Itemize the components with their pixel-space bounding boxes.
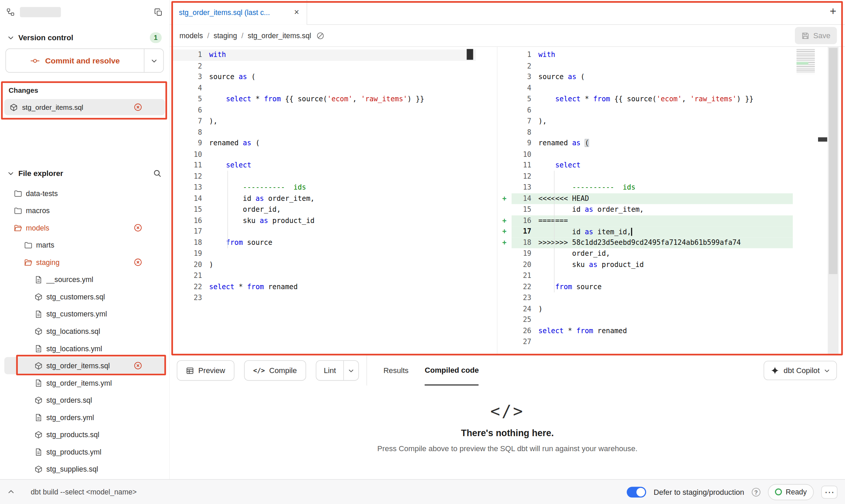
discard-changes-icon[interactable] — [134, 223, 142, 232]
editor-pane-original[interactable]: 1with23source as (45 select * from {{ so… — [171, 47, 476, 355]
code-line-19[interactable]: 19 order_id, — [497, 248, 816, 259]
code-line-16[interactable]: 16 sku as product_id — [171, 215, 476, 226]
commit-and-resolve-button[interactable]: Commit and resolve — [5, 48, 164, 73]
code-line-7[interactable]: 7), — [497, 116, 816, 127]
lint-dropdown-button[interactable] — [344, 361, 359, 380]
workflow-icon[interactable] — [6, 8, 15, 16]
code-line-12[interactable]: 12 — [497, 171, 816, 182]
file-row-stg_products.sql[interactable]: stg_products.sql — [4, 426, 165, 443]
code-line-2[interactable]: 2 — [497, 61, 816, 72]
scrollbar-thumb[interactable] — [829, 48, 837, 274]
file-row-data-tests[interactable]: data-tests — [4, 185, 165, 202]
code-line-4[interactable]: 4 — [171, 83, 476, 93]
code-line-15[interactable]: 15 id as order_item, — [497, 204, 816, 215]
code-line-24[interactable]: 24) — [497, 303, 816, 314]
command-bar[interactable]: dbt build --select <model_name> — [31, 488, 137, 496]
file-row-stg_products.yml[interactable]: stg_products.yml — [4, 443, 165, 461]
search-icon[interactable] — [153, 169, 161, 177]
code-line-17[interactable]: +17 id as item_id, — [497, 226, 816, 237]
code-line-26[interactable]: 26select * from renamed — [497, 326, 816, 337]
code-line-12[interactable]: 12 — [171, 171, 476, 182]
code-line-6[interactable]: 6 — [171, 105, 476, 116]
ready-status-button[interactable]: Ready — [768, 484, 814, 500]
code-line-15[interactable]: 15 order_id, — [171, 204, 476, 215]
code-line-1[interactable]: 1with — [171, 49, 476, 60]
tab-compiled-code[interactable]: Compiled code — [425, 355, 478, 385]
code-line-4[interactable]: 4 — [497, 83, 816, 93]
file-row-stg_locations.yml[interactable]: stg_locations.yml — [4, 340, 165, 357]
file-row-stg_orders.sql[interactable]: stg_orders.sql — [4, 391, 165, 409]
minimap[interactable] — [797, 49, 815, 74]
close-icon[interactable]: × — [294, 8, 299, 17]
file-row-stg_order_items.yml[interactable]: stg_order_items.yml — [4, 374, 165, 391]
code-line-13[interactable]: 13 ---------- ids — [171, 182, 476, 193]
code-line-18[interactable]: +18>>>>>>> 58c1dd23d5eebd9cd2495fa7124ab… — [497, 237, 816, 248]
code-line-9[interactable]: 9renamed as ( — [497, 138, 816, 149]
code-line-3[interactable]: 3source as ( — [171, 72, 476, 83]
code-line-5[interactable]: 5 select * from {{ source('ecom', 'raw_i… — [497, 94, 816, 105]
code-line-21[interactable]: 21 — [171, 270, 476, 281]
version-control-header[interactable]: Version control 1 — [0, 29, 169, 46]
code-line-17[interactable]: 17 — [171, 226, 476, 237]
code-line-11[interactable]: 11 select — [171, 160, 476, 171]
breadcrumb-item[interactable]: models — [180, 31, 203, 40]
breadcrumb-item[interactable]: staging — [214, 31, 237, 40]
compile-button[interactable]: </> Compile — [244, 360, 306, 381]
chevron-up-icon[interactable] — [8, 488, 15, 495]
tab-results[interactable]: Results — [383, 355, 409, 385]
code-line-5[interactable]: 5 select * from {{ source('ecom', 'raw_i… — [171, 94, 476, 105]
breadcrumb-item[interactable]: stg_order_items.sql — [248, 31, 311, 40]
more-options-button[interactable]: ⋯ — [821, 486, 837, 499]
code-line-7[interactable]: 7), — [171, 116, 476, 127]
preview-button[interactable]: Preview — [177, 360, 234, 381]
scrollbar-thumb[interactable] — [467, 49, 473, 60]
file-row-stg_order_items.sql[interactable]: stg_order_items.sql — [4, 357, 165, 374]
help-icon[interactable]: ? — [752, 488, 760, 496]
commit-dropdown-button[interactable] — [144, 49, 163, 72]
file-row-stg_orders.yml[interactable]: stg_orders.yml — [4, 409, 165, 426]
file-row-stg_customers.sql[interactable]: stg_customers.sql — [4, 288, 165, 306]
code-line-10[interactable]: 10 — [171, 149, 476, 160]
code-line-13[interactable]: 13 ---------- ids — [497, 182, 816, 193]
code-line-22[interactable]: 22 from source — [497, 281, 816, 292]
file-row-stg_locations.sql[interactable]: stg_locations.sql — [4, 323, 165, 340]
code-line-2[interactable]: 2 — [171, 61, 476, 72]
code-line-16[interactable]: +16======= — [497, 215, 816, 226]
code-line-1[interactable]: 1with — [497, 49, 816, 60]
file-row-marts[interactable]: marts — [4, 236, 165, 254]
discard-changes-icon[interactable] — [134, 258, 142, 266]
code-line-8[interactable]: 8 — [171, 127, 476, 138]
lint-button[interactable]: Lint — [316, 361, 344, 380]
code-line-25[interactable]: 25 — [497, 314, 816, 325]
code-line-8[interactable]: 8 — [497, 127, 816, 138]
file-row-macros[interactable]: macros — [4, 202, 165, 219]
diff-editor[interactable]: 1with23source as (45 select * from {{ so… — [170, 46, 845, 355]
code-line-21[interactable]: 21 — [497, 270, 816, 281]
code-line-20[interactable]: 20) — [171, 259, 476, 270]
code-line-27[interactable]: 27 — [497, 337, 816, 347]
file-state-icon[interactable] — [317, 31, 325, 40]
code-line-3[interactable]: 3source as ( — [497, 72, 816, 83]
code-line-14[interactable]: +14<<<<<<< HEAD — [497, 193, 816, 204]
changes-item-stg_order_items.sql[interactable]: stg_order_items.sql — [4, 99, 165, 115]
code-line-19[interactable]: 19 — [171, 248, 476, 259]
file-row-__sources.yml[interactable]: __sources.yml — [4, 271, 165, 288]
discard-changes-icon[interactable] — [134, 361, 142, 370]
code-line-6[interactable]: 6 — [497, 105, 816, 116]
code-line-22[interactable]: 22select * from renamed — [171, 281, 476, 292]
file-explorer-header[interactable]: File explorer — [0, 165, 169, 181]
file-row-staging[interactable]: staging — [4, 254, 165, 271]
dbt-copilot-button[interactable]: dbt Copilot — [764, 361, 837, 380]
file-row-models[interactable]: models — [4, 219, 165, 237]
discard-changes-icon[interactable] — [134, 103, 142, 112]
copy-icon[interactable] — [154, 8, 163, 16]
file-row-stg_customers.yml[interactable]: stg_customers.yml — [4, 305, 165, 323]
code-line-18[interactable]: 18 from source — [171, 237, 476, 248]
code-line-10[interactable]: 10 — [497, 149, 816, 160]
new-tab-button[interactable]: + — [830, 5, 836, 17]
file-row-stg_supplies.sql[interactable]: stg_supplies.sql — [4, 460, 165, 478]
code-line-23[interactable]: 23 — [171, 292, 476, 303]
code-line-11[interactable]: 11 select — [497, 160, 816, 171]
code-line-9[interactable]: 9renamed as ( — [171, 138, 476, 149]
tab-stg-order-items[interactable]: stg_order_items.sql (last c... × — [171, 0, 307, 25]
